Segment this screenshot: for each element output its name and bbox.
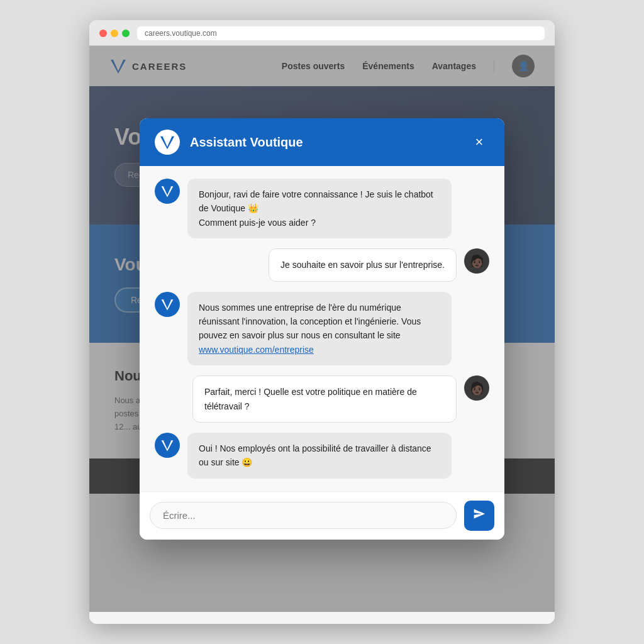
message-bubble-msg1: Bonjour, ravi de faire votre connaissanc…	[187, 179, 452, 238]
message-row-msg2: 🧑🏿Je souhaite en savoir plus sur l'entre…	[155, 248, 489, 281]
chat-send-button[interactable]	[464, 501, 494, 531]
dot-green[interactable]	[122, 30, 130, 37]
chat-header-icon	[155, 130, 180, 155]
message-link-msg3[interactable]: www.voutique.com/entreprise	[199, 345, 314, 355]
message-bubble-msg4: Parfait, merci ! Quelle est votre politi…	[192, 375, 457, 423]
user-avatar-icon: 🧑🏿	[469, 380, 485, 396]
message-row-msg4: 🧑🏿Parfait, merci ! Quelle est votre poli…	[155, 375, 489, 423]
message-row-msg5: Oui ! Nos employés ont la possibilité de…	[155, 433, 489, 479]
chat-header: Assistant Voutique ×	[140, 118, 504, 166]
chat-input-area	[140, 491, 504, 540]
bot-logo-icon	[160, 184, 174, 198]
dot-red[interactable]	[99, 30, 107, 37]
message-bubble-msg3: Nous sommes une entreprise de l'ère du n…	[187, 292, 452, 366]
chat-modal: Assistant Voutique × Bonjour, ravi de fa…	[140, 118, 504, 540]
chat-input[interactable]	[150, 502, 457, 529]
browser-window: careers.voutique.com CAREERS Postes ouve…	[89, 20, 555, 624]
dot-yellow[interactable]	[111, 30, 118, 37]
chat-header-title: Assistant Voutique	[190, 135, 459, 150]
chat-close-button[interactable]: ×	[469, 132, 489, 152]
chat-messages: Bonjour, ravi de faire votre connaissanc…	[140, 166, 504, 491]
message-bubble-msg2: Je souhaite en savoir plus sur l'entrepr…	[269, 248, 457, 281]
message-row-msg1: Bonjour, ravi de faire votre connaissanc…	[155, 179, 489, 238]
message-bubble-msg5: Oui ! Nos employés ont la possibilité de…	[187, 433, 452, 479]
address-bar[interactable]: careers.voutique.com	[137, 26, 545, 40]
bot-avatar	[155, 433, 180, 458]
bot-avatar	[155, 179, 180, 204]
user-avatar-icon: 🧑🏿	[469, 253, 485, 269]
bot-avatar	[155, 292, 180, 317]
user-avatar: 🧑🏿	[464, 375, 489, 401]
browser-dots	[99, 30, 130, 37]
user-avatar: 🧑🏿	[464, 248, 489, 274]
voutique-logo-icon	[159, 134, 175, 150]
browser-chrome: careers.voutique.com	[89, 20, 555, 46]
website-background: CAREERS Postes ouverts Événements Avanta…	[89, 46, 555, 612]
bot-logo-icon	[160, 438, 174, 452]
message-row-msg3: Nous sommes une entreprise de l'ère du n…	[155, 292, 489, 366]
bot-logo-icon	[160, 297, 174, 311]
address-text: careers.voutique.com	[145, 29, 217, 38]
send-icon	[473, 508, 486, 523]
